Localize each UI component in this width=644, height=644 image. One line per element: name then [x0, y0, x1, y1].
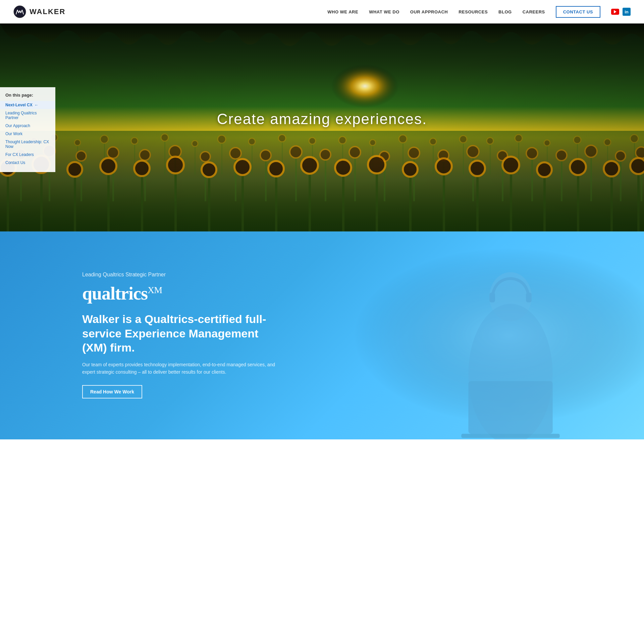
logo-area[interactable]: WALKER — [13, 5, 65, 18]
otp-item-our-work[interactable]: Our Work — [0, 130, 55, 138]
svg-point-0 — [14, 6, 26, 18]
nav-blog[interactable]: BLOG — [498, 9, 512, 14]
blue-heading: Walker is a Qualtrics-certified full-ser… — [82, 312, 277, 355]
svg-rect-141 — [461, 434, 559, 438]
svg-rect-137 — [489, 292, 495, 302]
otp-item-leading-qualtrics[interactable]: Leading Qualtrics Partner — [0, 109, 55, 122]
otp-item-thought-leadership[interactable]: Thought Leadership: CX Now — [0, 138, 55, 151]
blue-body: Our team of experts provides technology … — [82, 361, 277, 376]
main-nav: WHO WE ARE WHAT WE DO OUR APPROACH RESOU… — [327, 6, 631, 18]
nav-our-approach[interactable]: OUR APPROACH — [410, 9, 448, 14]
blue-content: Leading Qualtrics Strategic Partner qual… — [82, 272, 277, 398]
logo-text: WALKER — [30, 7, 65, 16]
contact-us-button[interactable]: CONTACT US — [556, 6, 600, 18]
nav-resources[interactable]: RESOURCES — [459, 9, 488, 14]
blue-subtitle: Leading Qualtrics Strategic Partner — [82, 272, 277, 278]
walker-logo-icon — [13, 5, 26, 18]
on-this-page-sidebar: On this page: Next-Level CX ← Leading Qu… — [0, 87, 55, 172]
on-this-page-title: On this page: — [0, 93, 55, 101]
nav-careers[interactable]: CAREERS — [523, 9, 545, 14]
qualtrics-logo: qualtricsXM — [82, 283, 277, 304]
otp-item-for-cx-leaders[interactable]: For CX Leaders — [0, 151, 55, 159]
hero-headline: Create amazing experiences. — [217, 111, 427, 127]
header: WALKER WHO WE ARE WHAT WE DO OUR APPROAC… — [0, 0, 644, 23]
svg-rect-135 — [258, 231, 644, 439]
blue-section: Leading Qualtrics Strategic Partner qual… — [0, 231, 644, 439]
hero-section: /* placeholder */ — [0, 23, 644, 231]
otp-item-our-approach[interactable]: Our Approach — [0, 122, 55, 130]
read-how-we-work-button[interactable]: Read How We Work — [82, 385, 142, 398]
social-icons: in — [611, 8, 631, 16]
youtube-icon[interactable] — [611, 9, 619, 15]
linkedin-icon[interactable]: in — [623, 8, 631, 16]
svg-rect-138 — [526, 292, 532, 302]
svg-rect-140 — [468, 381, 552, 434]
otp-item-contact-us[interactable]: Contact Us — [0, 159, 55, 167]
nav-what-we-do[interactable]: WHAT WE DO — [369, 9, 399, 14]
otp-item-next-level-cx[interactable]: Next-Level CX ← — [0, 101, 55, 109]
blue-section-background — [258, 231, 644, 439]
otp-arrow-icon: ← — [35, 103, 39, 107]
nav-who-we-are[interactable]: WHO WE ARE — [327, 9, 358, 14]
